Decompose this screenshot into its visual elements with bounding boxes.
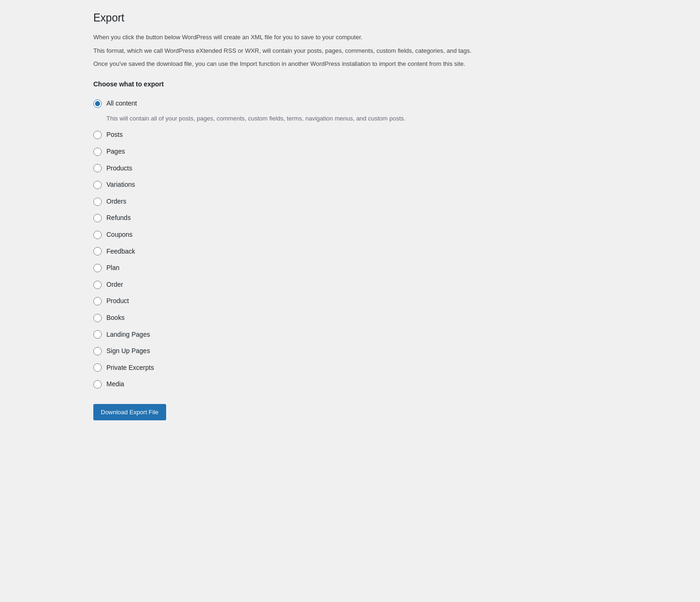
books-label[interactable]: Books xyxy=(106,313,125,323)
all-content-radio[interactable] xyxy=(93,99,102,108)
product-radio[interactable] xyxy=(93,297,102,305)
media-label[interactable]: Media xyxy=(106,380,124,389)
books-radio-item[interactable]: Books xyxy=(93,310,607,326)
posts-radio-item[interactable]: Posts xyxy=(93,127,607,143)
variations-radio-item[interactable]: Variations xyxy=(93,177,607,193)
orders-radio-item[interactable]: Orders xyxy=(93,193,607,210)
variations-label[interactable]: Variations xyxy=(106,180,135,190)
pages-radio-item[interactable]: Pages xyxy=(93,143,607,160)
plan-radio[interactable] xyxy=(93,264,102,272)
posts-radio[interactable] xyxy=(93,131,102,139)
feedback-label[interactable]: Feedback xyxy=(106,247,135,256)
export-options-group: All content This will contain all of you… xyxy=(93,95,607,393)
all-content-option: All content This will contain all of you… xyxy=(93,95,607,127)
order-label[interactable]: Order xyxy=(106,280,123,290)
product-radio-item[interactable]: Product xyxy=(93,293,607,310)
private-excerpts-label[interactable]: Private Excerpts xyxy=(106,363,154,373)
description-line-2: This format, which we call WordPress eXt… xyxy=(93,46,607,56)
private-excerpts-radio[interactable] xyxy=(93,363,102,372)
export-page: Export When you click the button below W… xyxy=(84,0,616,439)
refunds-label[interactable]: Refunds xyxy=(106,213,131,223)
books-radio[interactable] xyxy=(93,314,102,322)
plan-label[interactable]: Plan xyxy=(106,263,119,273)
feedback-radio-item[interactable]: Feedback xyxy=(93,243,607,260)
plan-radio-item[interactable]: Plan xyxy=(93,260,607,276)
pages-label[interactable]: Pages xyxy=(106,147,125,156)
description-line-1: When you click the button below WordPres… xyxy=(93,33,607,42)
media-radio-item[interactable]: Media xyxy=(93,376,607,393)
posts-label[interactable]: Posts xyxy=(106,130,123,140)
variations-radio[interactable] xyxy=(93,181,102,189)
order-radio[interactable] xyxy=(93,281,102,289)
description-block: When you click the button below WordPres… xyxy=(93,33,607,69)
product-label[interactable]: Product xyxy=(106,297,129,306)
order-radio-item[interactable]: Order xyxy=(93,276,607,293)
all-content-description: This will contain all of your posts, pag… xyxy=(106,114,607,123)
page-title: Export xyxy=(93,11,607,25)
all-content-radio-item[interactable]: All content xyxy=(93,95,607,112)
sign-up-pages-radio-item[interactable]: Sign Up Pages xyxy=(93,343,607,360)
pages-radio[interactable] xyxy=(93,148,102,156)
feedback-radio[interactable] xyxy=(93,247,102,255)
all-content-label[interactable]: All content xyxy=(106,99,137,108)
download-export-file-button[interactable]: Download Export File xyxy=(93,404,166,421)
products-radio-item[interactable]: Products xyxy=(93,160,607,177)
private-excerpts-radio-item[interactable]: Private Excerpts xyxy=(93,360,607,376)
sign-up-pages-label[interactable]: Sign Up Pages xyxy=(106,347,150,356)
landing-pages-label[interactable]: Landing Pages xyxy=(106,330,150,340)
landing-pages-radio-item[interactable]: Landing Pages xyxy=(93,326,607,343)
description-line-3: Once you've saved the download file, you… xyxy=(93,59,607,69)
landing-pages-radio[interactable] xyxy=(93,330,102,339)
coupons-radio[interactable] xyxy=(93,231,102,239)
sign-up-pages-radio[interactable] xyxy=(93,347,102,355)
orders-radio[interactable] xyxy=(93,198,102,206)
products-label[interactable]: Products xyxy=(106,164,132,173)
orders-label[interactable]: Orders xyxy=(106,197,126,206)
coupons-label[interactable]: Coupons xyxy=(106,230,133,240)
coupons-radio-item[interactable]: Coupons xyxy=(93,227,607,243)
products-radio[interactable] xyxy=(93,164,102,172)
refunds-radio-item[interactable]: Refunds xyxy=(93,210,607,227)
refunds-radio[interactable] xyxy=(93,214,102,222)
media-radio[interactable] xyxy=(93,380,102,389)
choose-heading: Choose what to export xyxy=(93,80,607,88)
